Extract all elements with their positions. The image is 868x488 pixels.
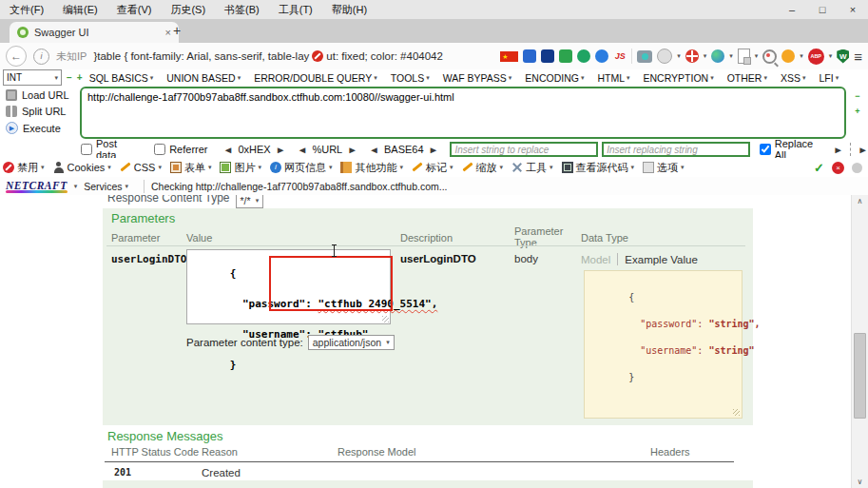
menu-html[interactable]: HTML▾ (590, 72, 636, 84)
resize-menu[interactable]: 缩放▾ (462, 161, 504, 175)
replace-with-input[interactable] (602, 142, 750, 157)
encode-right-icon[interactable]: ► (429, 145, 439, 155)
blue-circle-icon[interactable] (595, 49, 608, 63)
menu-file[interactable]: 文件(F) (10, 3, 44, 17)
menu-tools[interactable]: 工具(T) (279, 3, 313, 17)
scroll-down-icon[interactable]: ∨ (852, 478, 868, 486)
response-content-type-select[interactable]: */* ▾ (236, 195, 264, 208)
css-menu[interactable]: CSS▾ (120, 162, 162, 173)
execute-button[interactable]: ▶ Execute (0, 120, 78, 137)
parameter-value-textarea[interactable]: { "password": "ctfhub_2490_5514", "usern… (186, 249, 391, 324)
decode-left-icon[interactable]: ◄ (298, 145, 308, 155)
replace-all-checkbox[interactable] (760, 144, 771, 155)
load-url-button[interactable]: Load URL (0, 88, 78, 104)
menu-union-based[interactable]: UNION BASED▾ (160, 72, 247, 84)
green-globe-icon[interactable] (711, 49, 724, 63)
navy-app-icon[interactable] (541, 49, 554, 63)
forms-menu[interactable]: 表单▾ (170, 161, 212, 175)
tab-close-icon[interactable]: × (165, 27, 171, 38)
split-url-button[interactable]: Split URL (0, 104, 78, 120)
red-globe-icon[interactable] (685, 49, 699, 63)
menu-bookmarks[interactable]: 书签(B) (224, 3, 260, 17)
remove-preset-icon[interactable]: − (67, 72, 72, 83)
misc-menu[interactable]: 其他功能▾ (340, 161, 403, 175)
site-info-icon[interactable]: i (33, 49, 49, 65)
page-info-menu[interactable]: 网页信息▾ (270, 161, 333, 175)
disable-menu[interactable]: 禁用▾ (3, 161, 45, 175)
menu-encryption[interactable]: ENCRYPTION▾ (637, 72, 721, 84)
menu-encoding[interactable]: ENCODING▾ (518, 72, 590, 84)
china-flag-icon[interactable]: ★ (500, 51, 518, 62)
adblock-icon[interactable]: ABP (808, 49, 824, 65)
menu-view[interactable]: 查看(V) (117, 3, 152, 17)
collapse-icon[interactable]: − (853, 91, 862, 101)
decode-left-icon[interactable]: ◄ (369, 145, 379, 155)
vertical-scrollbar[interactable]: ∧ ∨ (851, 195, 868, 488)
tab-example-value[interactable]: Example Value (625, 254, 698, 265)
menu-lfi[interactable]: LFI▾ (812, 72, 845, 84)
menu-xss[interactable]: XSS▾ (774, 72, 813, 84)
minimize-icon[interactable]: – (777, 0, 807, 19)
scroll-up-icon[interactable]: ∧ (852, 197, 868, 205)
parameter-content-type-select[interactable]: application/json ▾ (308, 335, 395, 350)
maximize-icon[interactable]: □ (807, 0, 838, 19)
blocked-badge-icon[interactable] (312, 50, 323, 62)
green-circle-icon[interactable] (577, 49, 590, 63)
js-badge-icon[interactable]: JS (613, 49, 627, 63)
translator-icon[interactable] (523, 49, 536, 63)
hackbar-url-textarea[interactable]: http://challenge-1af7700b97aba8ff.sandbo… (80, 87, 846, 139)
menu-waf-bypass[interactable]: WAF BYPASS▾ (436, 72, 519, 84)
dropdown-caret-icon[interactable]: ▾ (677, 52, 681, 60)
magnifier-icon[interactable] (762, 49, 777, 64)
preset-select[interactable]: INT ▾ (3, 69, 62, 86)
outline-menu[interactable]: 标记▾ (412, 161, 453, 175)
encode-right-icon[interactable]: ► (347, 145, 357, 155)
services-menu[interactable]: Services▾ (84, 181, 128, 192)
view-source-menu[interactable]: 查看源代码▾ (562, 161, 635, 175)
tools-menu[interactable]: 工具▾ (511, 161, 553, 175)
url-bar[interactable]: }table { font-family: Arial, sans-serif,… (93, 50, 493, 62)
dropdown-caret-icon[interactable]: ▾ (829, 52, 833, 60)
close-icon[interactable]: × (838, 0, 868, 19)
images-menu[interactable]: 图片▾ (220, 161, 261, 175)
example-value-box[interactable]: { "password": "string", "username": "str… (584, 270, 743, 419)
menu-error-double-query[interactable]: ERROR/DOUBLE QUERY▾ (247, 72, 384, 84)
dropdown-caret-icon[interactable]: ▾ (704, 52, 707, 60)
dropdown-caret-icon[interactable]: ▾ (74, 183, 78, 190)
tab-swagger-ui[interactable]: Swagger UI × (10, 22, 179, 43)
menu-help[interactable]: 帮助(H) (332, 3, 367, 17)
dropdown-caret-icon[interactable]: ▾ (755, 52, 759, 60)
referrer-checkbox[interactable] (154, 144, 165, 155)
green-download-icon[interactable] (559, 49, 572, 63)
apply-replace-icon[interactable]: ► (858, 145, 868, 155)
dropdown-caret-icon[interactable]: ▾ (729, 52, 733, 60)
error-cross-icon[interactable]: × (832, 162, 844, 174)
page-capture-icon[interactable] (738, 49, 750, 64)
smiley-icon[interactable] (781, 49, 795, 63)
hamburger-menu-icon[interactable]: ≡ (854, 49, 862, 65)
back-icon[interactable]: ← (6, 46, 27, 67)
new-tab-button[interactable]: + (173, 23, 181, 38)
valid-check-icon[interactable]: ✓ (814, 161, 824, 175)
menu-history[interactable]: 历史(S) (170, 3, 205, 17)
menu-other[interactable]: OTHER▾ (721, 72, 774, 84)
cookies-menu[interactable]: Cookies▾ (53, 162, 111, 173)
menu-edit[interactable]: 编辑(E) (63, 3, 98, 17)
scrollbar-thumb[interactable] (854, 333, 866, 419)
mask-icon[interactable] (657, 49, 672, 64)
encode-right-icon[interactable]: ► (276, 145, 286, 155)
menu-sql-basics[interactable]: SQL BASICS▾ (83, 72, 161, 84)
screenshot-icon[interactable] (637, 50, 652, 63)
options-menu[interactable]: 选项▾ (643, 161, 685, 175)
wot-shield-icon[interactable]: W (837, 49, 849, 64)
replace-search-input[interactable] (450, 142, 598, 157)
idle-dot-icon[interactable] (852, 163, 862, 173)
apply-replace-icon[interactable]: ► (833, 145, 843, 155)
netcraft-logo[interactable]: NETCRAFT (6, 180, 68, 193)
dropdown-caret-icon[interactable]: ▾ (800, 52, 803, 60)
menu-tools[interactable]: TOOLS▾ (384, 72, 436, 84)
decode-left-icon[interactable]: ◄ (222, 145, 233, 155)
expand-icon[interactable]: + (853, 107, 862, 116)
tab-model[interactable]: Model (581, 254, 610, 265)
post-data-checkbox[interactable] (81, 144, 92, 155)
